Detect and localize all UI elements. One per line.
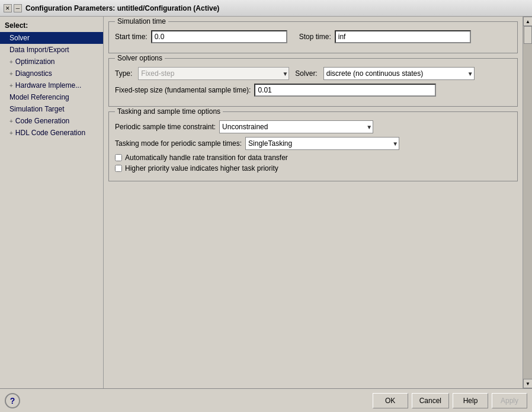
main-container: Select: Solver Data Import/Export + Opti… bbox=[0, 17, 532, 388]
right-scrollbar[interactable]: ▲ ▼ bbox=[523, 17, 532, 388]
checkbox2-label: Higher priority value indicates higher t… bbox=[125, 164, 278, 173]
start-time-row: Start time: bbox=[115, 30, 287, 43]
sidebar-label: Select: bbox=[0, 20, 103, 32]
solver-select-wrapper: discrete (no continuous states) ode45 od… bbox=[323, 67, 475, 80]
sidebar-item-optimization[interactable]: + Optimization bbox=[0, 56, 103, 68]
scroll-down-button[interactable]: ▼ bbox=[523, 379, 532, 388]
sidebar-item-hardware-impl[interactable]: + Hardware Impleme... bbox=[0, 79, 103, 91]
tasking-mode-label: Tasking mode for periodic sample times: bbox=[115, 139, 242, 148]
type-select-wrapper: Fixed-step ▼ bbox=[138, 67, 289, 80]
scrollbar-thumb[interactable] bbox=[524, 26, 532, 44]
type-select[interactable]: Fixed-step bbox=[138, 67, 289, 80]
help-circle-button[interactable]: ? bbox=[5, 393, 20, 408]
sidebar-item-label: Code Generation bbox=[15, 117, 69, 125]
expand-icon: + bbox=[9, 118, 13, 124]
sidebar-item-label: Diagnostics bbox=[15, 69, 52, 78]
solver-options-title: Solver options bbox=[115, 54, 165, 62]
window-title: Configuration Parameters: untitled/Confi… bbox=[25, 4, 528, 12]
auto-rate-transition-checkbox[interactable] bbox=[115, 154, 122, 161]
scroll-up-button[interactable]: ▲ bbox=[523, 17, 532, 26]
expand-icon: + bbox=[9, 71, 13, 77]
fixed-step-label: Fixed-step size (fundamental sample time… bbox=[115, 86, 251, 94]
content-area: Simulation time Start time: Stop time: S… bbox=[104, 17, 523, 388]
start-time-label: Start time: bbox=[115, 33, 148, 41]
checkbox2-row: Higher priority value indicates higher t… bbox=[115, 164, 511, 173]
fixed-step-row: Fixed-step size (fundamental sample time… bbox=[115, 84, 511, 97]
checkbox1-label: Automatically handle rate transition for… bbox=[125, 154, 288, 162]
scrollbar-track[interactable] bbox=[523, 26, 532, 379]
help-button[interactable]: Help bbox=[453, 393, 488, 408]
sidebar-item-simulation-target[interactable]: Simulation Target bbox=[0, 103, 103, 115]
bottom-left: ? bbox=[5, 393, 20, 408]
stop-time-input[interactable] bbox=[335, 30, 471, 43]
help-icon: ? bbox=[10, 396, 15, 405]
title-bar: ✕ ─ Configuration Parameters: untitled/C… bbox=[0, 0, 532, 17]
sidebar-item-label: Hardware Impleme... bbox=[15, 81, 81, 90]
fixed-step-input[interactable] bbox=[254, 84, 436, 97]
sidebar-item-label: HDL Code Generation bbox=[15, 129, 85, 137]
sim-time-row: Start time: Stop time: bbox=[115, 30, 511, 47]
expand-icon: + bbox=[9, 82, 13, 89]
checkbox1-row: Automatically handle rate transition for… bbox=[115, 154, 511, 162]
tasking-mode-select[interactable]: SingleTasking MultiTasking Auto bbox=[245, 137, 399, 150]
periodic-row: Periodic sample time constraint: Unconst… bbox=[115, 120, 511, 133]
simulation-time-group: Simulation time Start time: Stop time: bbox=[108, 21, 518, 53]
simulation-time-title: Simulation time bbox=[115, 17, 168, 25]
sidebar-item-data-import-export[interactable]: Data Import/Export bbox=[0, 44, 103, 56]
periodic-select[interactable]: Unconstrained Constrained bbox=[219, 120, 373, 133]
cancel-button[interactable]: Cancel bbox=[412, 393, 449, 408]
sidebar-item-label: Simulation Target bbox=[9, 105, 65, 113]
ok-button[interactable]: OK bbox=[373, 393, 408, 408]
tasking-group: Tasking and sample time options Periodic… bbox=[108, 111, 518, 181]
close-button[interactable]: ✕ bbox=[4, 4, 12, 12]
sidebar-item-diagnostics[interactable]: + Diagnostics bbox=[0, 68, 103, 79]
sidebar-item-label: Model Referencing bbox=[9, 93, 69, 101]
apply-button[interactable]: Apply bbox=[492, 393, 527, 408]
tasking-title: Tasking and sample time options bbox=[115, 107, 223, 116]
solver-label: Solver: bbox=[295, 69, 317, 78]
start-time-input[interactable] bbox=[151, 30, 287, 43]
stop-time-label: Stop time: bbox=[299, 33, 331, 41]
bottom-right: OK Cancel Help Apply bbox=[373, 393, 527, 408]
sidebar-item-solver[interactable]: Solver bbox=[0, 32, 103, 44]
sidebar: Select: Solver Data Import/Export + Opti… bbox=[0, 17, 104, 388]
sidebar-item-hdl-code-generation[interactable]: + HDL Code Generation bbox=[0, 127, 103, 139]
sidebar-item-label: Solver bbox=[9, 34, 30, 42]
tasking-mode-select-wrapper: SingleTasking MultiTasking Auto ▼ bbox=[245, 137, 399, 150]
periodic-label: Periodic sample time constraint: bbox=[115, 123, 216, 131]
sidebar-item-label: Data Import/Export bbox=[9, 46, 69, 54]
window-controls[interactable]: ✕ ─ bbox=[4, 4, 22, 12]
tasking-mode-row: Tasking mode for periodic sample times: … bbox=[115, 137, 511, 150]
minimize-button[interactable]: ─ bbox=[14, 4, 22, 12]
sidebar-item-code-generation[interactable]: + Code Generation bbox=[0, 115, 103, 127]
stop-time-row: Stop time: bbox=[299, 30, 471, 43]
solver-options-group: Solver options Type: Fixed-step ▼ Solver… bbox=[108, 58, 518, 107]
sidebar-item-model-referencing[interactable]: Model Referencing bbox=[0, 91, 103, 103]
sidebar-item-label: Optimization bbox=[15, 58, 55, 66]
expand-icon: + bbox=[9, 130, 13, 136]
type-label: Type: bbox=[115, 69, 132, 78]
type-solver-row: Type: Fixed-step ▼ Solver: discrete (no … bbox=[115, 67, 511, 80]
higher-priority-checkbox[interactable] bbox=[115, 165, 122, 172]
solver-select[interactable]: discrete (no continuous states) ode45 od… bbox=[323, 67, 475, 80]
expand-icon: + bbox=[9, 59, 13, 65]
bottom-bar: ? OK Cancel Help Apply bbox=[0, 388, 532, 412]
periodic-select-wrapper: Unconstrained Constrained ▼ bbox=[219, 120, 373, 133]
